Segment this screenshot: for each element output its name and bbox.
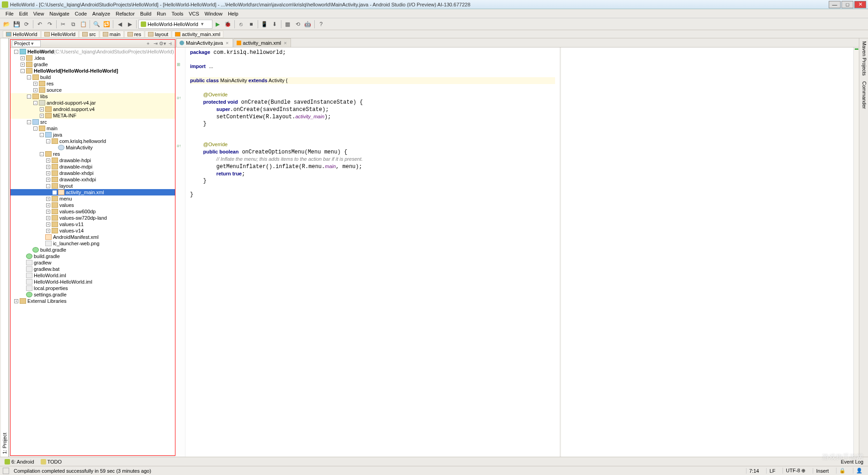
expand-icon[interactable]: + xyxy=(14,299,18,303)
breadcrumb-item[interactable]: main xyxy=(100,31,124,38)
tree-item[interactable]: +values-sw600dp xyxy=(11,208,175,215)
android-monitor-icon[interactable]: 🤖 xyxy=(303,20,312,29)
back-icon[interactable]: ◀ xyxy=(115,20,124,29)
hector-icon[interactable]: 👤 xyxy=(853,468,865,474)
help-icon[interactable]: ? xyxy=(317,20,326,29)
tree-item[interactable]: settings.gradle xyxy=(11,291,175,298)
expand-icon[interactable]: + xyxy=(46,229,50,233)
expand-icon[interactable]: + xyxy=(46,210,50,214)
lock-icon[interactable]: 🔒 xyxy=(836,468,848,474)
tree-item[interactable]: +values-v14 xyxy=(11,227,175,234)
expand-icon[interactable]: + xyxy=(46,222,50,227)
tree-item[interactable]: +drawable-hdpi xyxy=(11,157,175,164)
menu-help[interactable]: Help xyxy=(225,10,241,17)
menu-build[interactable]: Build xyxy=(138,10,154,17)
status-icon[interactable] xyxy=(3,468,9,474)
tool-tab-1--project[interactable]: 1: Project xyxy=(1,38,9,457)
collapse-icon[interactable]: - xyxy=(14,50,18,54)
tree-item[interactable]: +drawable-mdpi xyxy=(11,164,175,170)
open-icon[interactable]: 📂 xyxy=(2,20,11,29)
tree-item[interactable]: -libs xyxy=(11,93,175,100)
menu-tools[interactable]: Tools xyxy=(169,10,186,17)
tree-item[interactable]: HelloWorld-HelloWorld.iml xyxy=(11,279,175,285)
tree-item[interactable]: -src xyxy=(11,119,175,125)
breadcrumb-item[interactable]: HelloWorld xyxy=(41,31,79,38)
sync-icon[interactable]: ⟳ xyxy=(22,20,31,29)
expand-icon[interactable]: + xyxy=(33,88,37,92)
tree-item[interactable]: ic_launcher-web.png xyxy=(11,240,175,247)
collapse-icon[interactable]: - xyxy=(27,95,31,99)
collapse-all-icon[interactable]: ⇥ xyxy=(152,40,159,48)
tree-item[interactable]: -HelloWorld (C:\Users\c_lqiang\AndroidSt… xyxy=(11,48,175,55)
collapse-icon[interactable]: - xyxy=(33,101,37,105)
collapse-icon[interactable]: - xyxy=(46,184,50,188)
tree-item[interactable]: HelloWorld.iml xyxy=(11,272,175,279)
tree-item[interactable]: +res xyxy=(11,80,175,87)
close-tab-icon[interactable]: × xyxy=(225,40,229,46)
maximize-button[interactable]: □ xyxy=(842,1,853,8)
breadcrumb-item[interactable]: HelloWorld xyxy=(3,31,41,38)
expand-icon[interactable]: + xyxy=(33,82,37,86)
sync-gradle-icon[interactable]: ⟲ xyxy=(293,20,302,29)
editor-gutter[interactable]: ⊞ o↑ o↑ xyxy=(175,48,185,457)
forward-icon[interactable]: ▶ xyxy=(125,20,134,29)
tree-item[interactable]: +External Libraries xyxy=(11,298,175,304)
scroll-to-source-icon[interactable]: ⌖ xyxy=(144,40,152,48)
tree-item[interactable]: +META-INF xyxy=(11,112,175,119)
menu-window[interactable]: Window xyxy=(202,10,225,17)
expand-icon[interactable]: + xyxy=(46,171,50,175)
tree-item[interactable]: -main xyxy=(11,125,175,132)
breadcrumb-item[interactable]: layout xyxy=(145,31,171,38)
tree-item[interactable]: gradlew xyxy=(11,259,175,266)
paste-icon[interactable]: 📋 xyxy=(79,20,88,29)
breadcrumb-item[interactable]: src xyxy=(79,31,99,38)
debug-button[interactable]: 🐞 xyxy=(223,20,233,29)
expand-icon[interactable]: + xyxy=(46,165,50,169)
android-tool-tab[interactable]: 6: Android xyxy=(3,458,36,465)
menu-refactor[interactable]: Refactor xyxy=(113,10,138,17)
tree-item[interactable]: build.gradle xyxy=(11,247,175,253)
menu-run[interactable]: Run xyxy=(154,10,169,17)
caret-position[interactable]: 7:14 xyxy=(746,468,762,474)
expand-icon[interactable]: + xyxy=(40,114,44,118)
breadcrumb-item[interactable]: res xyxy=(124,31,144,38)
override-icon[interactable]: o↑ xyxy=(177,143,181,148)
override-icon[interactable]: o↑ xyxy=(177,95,181,100)
todo-tool-tab[interactable]: TODO xyxy=(39,458,64,465)
tree-item[interactable]: +values-sw720dp-land xyxy=(11,215,175,221)
menu-vcs[interactable]: VCS xyxy=(186,10,202,17)
collapse-icon[interactable]: - xyxy=(27,120,31,124)
collapse-icon[interactable]: - xyxy=(40,152,44,156)
collapse-icon[interactable]: - xyxy=(40,133,44,137)
insert-mode[interactable]: Insert xyxy=(813,468,831,474)
expand-icon[interactable]: + xyxy=(46,216,50,220)
collapse-icon[interactable]: - xyxy=(27,75,31,79)
editor-tab[interactable]: MainActivity.java× xyxy=(176,38,233,47)
stop-icon[interactable]: ■ xyxy=(247,20,256,29)
expand-icon[interactable]: + xyxy=(46,158,50,163)
tree-item[interactable]: -build xyxy=(11,74,175,80)
error-stripe[interactable] xyxy=(853,48,859,457)
settings-gear-icon[interactable]: ⚙▾ xyxy=(159,40,166,48)
code-editor[interactable]: package com.krislq.helloworld; import ..… xyxy=(185,48,560,457)
avd-icon[interactable]: 📱 xyxy=(260,20,269,29)
collapse-icon[interactable]: - xyxy=(33,127,37,131)
tree-item[interactable]: +values-v11 xyxy=(11,221,175,227)
collapse-icon[interactable]: - xyxy=(21,69,25,73)
tree-item[interactable]: +.idea xyxy=(11,55,175,61)
copy-icon[interactable]: ⧉ xyxy=(69,20,78,29)
tree-item[interactable]: MainActivity xyxy=(11,144,175,151)
tree-item[interactable]: -com.krislq.helloworld xyxy=(11,138,175,144)
editor-tab[interactable]: activity_main.xml× xyxy=(233,38,291,47)
line-ending[interactable]: LF xyxy=(766,468,778,474)
secondary-editor[interactable] xyxy=(561,48,853,457)
fold-plus-icon[interactable]: ⊞ xyxy=(177,62,180,67)
project-view-select[interactable]: Project ▾ xyxy=(12,40,41,47)
save-icon[interactable]: 💾 xyxy=(12,20,21,29)
find-icon[interactable]: 🔍 xyxy=(92,20,101,29)
run-config-select[interactable]: HelloWorld-HelloWorld ▾ xyxy=(138,20,212,29)
expand-icon[interactable]: + xyxy=(46,178,50,182)
project-structure-icon[interactable]: ▦ xyxy=(283,20,292,29)
minimize-button[interactable]: — xyxy=(829,1,841,8)
undo-icon[interactable]: ↶ xyxy=(35,20,44,29)
